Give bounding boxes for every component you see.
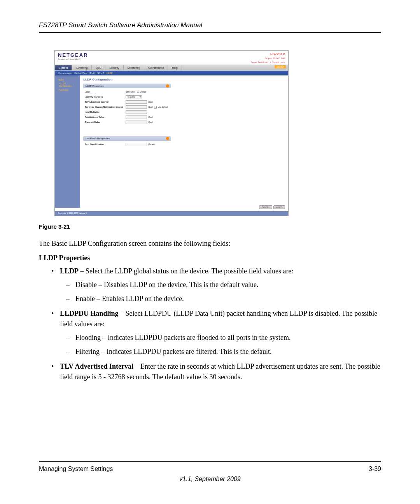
footer-page: 3-39 xyxy=(369,466,381,472)
content-area: LLDP Configuration LLDP Properties LLDP … xyxy=(80,75,288,208)
sub-list-handling: Flooding – Indicates LLDPDU packets are … xyxy=(60,332,381,357)
screenshot-figure: NETGEAR Connect with Innovation™ FS728TP… xyxy=(54,50,289,216)
sub-flooding: Flooding – Indicates LLDPDU packets are … xyxy=(60,332,381,343)
bullet-list: LLDP – Select the LLDP global status on … xyxy=(39,266,381,382)
panel2-body: Fast Start Duration (Times) xyxy=(83,141,184,150)
tab-maintenance[interactable]: Maintenance xyxy=(144,65,168,70)
apply-button[interactable]: APPLY xyxy=(273,205,285,209)
term-tlv: TLV Advertised Interval xyxy=(60,362,133,370)
radio-disable[interactable]: Disable xyxy=(126,91,135,93)
tab-switching[interactable]: Switching xyxy=(72,65,92,70)
fast-unit: (Times) xyxy=(148,143,155,145)
subtab-management[interactable]: Management xyxy=(58,72,72,74)
sub-enable: Enable – Enables LLDP on the device. xyxy=(60,294,381,304)
reinit-label: Reinitializing Delay xyxy=(85,116,126,118)
radio-dot-icon xyxy=(137,91,139,93)
help-icon[interactable] xyxy=(166,84,169,88)
topology-input[interactable] xyxy=(126,105,147,109)
footer-section: Managing System Settings xyxy=(39,466,113,472)
figure-caption: Figure 3-21 xyxy=(39,223,381,230)
row-tlv: TLV Advertised Interval (Sec) xyxy=(85,100,183,104)
model-number: FS728TP xyxy=(270,52,285,56)
sub-tabs: Management | Device View | PoE | SNMP | … xyxy=(55,71,288,75)
lldp-label: LLDP xyxy=(85,91,126,93)
topology-label: Topology Change Notification Interval xyxy=(85,106,126,108)
header-rule xyxy=(39,32,381,33)
transmit-input[interactable] xyxy=(126,121,147,124)
bullet-handling: LLDPDU Handling – Select LLDPDU (LLDP Da… xyxy=(39,308,381,357)
page-footer: Managing System Settings 3-39 v1.1, Sept… xyxy=(39,461,381,483)
panel2-title: LLDP-MED Properties xyxy=(86,137,110,140)
intro-text: The Basic LLDP Configuration screen cont… xyxy=(39,238,381,248)
tab-help[interactable]: Help xyxy=(168,65,182,70)
sidebar-basic[interactable]: - Basic xyxy=(56,78,79,82)
panel-lldp-med-head: LLDP-MED Properties xyxy=(83,136,171,141)
footer-version: v1.1, September 2009 xyxy=(39,476,381,483)
row-handling: LLDPDU Handling Flooding▾ xyxy=(85,95,183,99)
tab-qos[interactable]: QoS xyxy=(92,65,105,70)
tlv-unit: (Sec) xyxy=(148,101,153,103)
panel1-body: LLDP Disable Enable LLDPDU Handling Floo… xyxy=(83,88,184,128)
row-fast-start: Fast Start Duration (Times) xyxy=(85,142,183,146)
tab-security[interactable]: Security xyxy=(105,65,123,70)
row-hold: Hold Multiplier xyxy=(85,110,183,114)
model-sub1: 24-port 10/100 PoE xyxy=(265,57,285,60)
footer-row: Managing System Settings 3-39 xyxy=(39,466,381,472)
tab-monitoring[interactable]: Monitoring xyxy=(124,65,145,70)
ss-copyright: Copyright © 1996-2009 Netgear® xyxy=(55,211,288,216)
config-page-title: LLDP Configuration xyxy=(83,78,285,81)
transmit-label: Transmit Delay xyxy=(85,121,126,123)
panel-lldp-properties-head: LLDP Properties xyxy=(83,84,171,88)
hold-input[interactable] xyxy=(126,110,147,114)
bullet-tlv: TLV Advertised Interval – Enter the rate… xyxy=(39,361,381,382)
main-tabs: System Switching QoS Security Monitoring… xyxy=(55,65,288,71)
chevron-down-icon: ▾ xyxy=(140,96,141,98)
sub-filtering: Filtering – Indicates LLDPDU packets are… xyxy=(60,346,381,357)
tlv-label: TLV Advertised Interval xyxy=(85,101,126,103)
reinit-unit: (Sec) xyxy=(148,116,153,118)
help-icon[interactable] xyxy=(166,137,169,140)
subtab-device-view[interactable]: Device View xyxy=(74,72,87,74)
sidebar-advanced[interactable]: - Advanced xyxy=(56,88,79,92)
footer-buttons: CANCEL APPLY xyxy=(259,205,285,209)
hold-label: Hold Multiplier xyxy=(85,111,126,113)
reinit-input[interactable] xyxy=(126,116,147,119)
tlv-input[interactable] xyxy=(126,100,147,104)
subtab-snmp[interactable]: SNMP xyxy=(97,72,104,74)
model-info: FS728TP 24-port 10/100 PoE Smart Switch … xyxy=(251,52,285,64)
transmit-unit: (Sec) xyxy=(148,121,153,123)
handling-label: LLDPDU Handling xyxy=(85,96,126,98)
header-title: FS728TP Smart Switch Software Administra… xyxy=(39,21,381,29)
row-lldp: LLDP Disable Enable xyxy=(85,90,183,94)
term-lldp: LLDP xyxy=(60,267,79,275)
section-title: LLDP Properties xyxy=(39,254,381,262)
tab-system[interactable]: System xyxy=(55,65,72,70)
sub-disable: Disable – Disables LLDP on the device. T… xyxy=(60,280,381,290)
text-lldp: – Select the LLDP global status on the d… xyxy=(79,267,293,275)
radio-enable[interactable]: Enable xyxy=(137,91,146,93)
ss-header: NETGEAR Connect with Innovation™ FS728TP… xyxy=(55,51,288,65)
use-default-checkbox[interactable] xyxy=(154,106,157,108)
row-reinit: Reinitializing Delay (Sec) xyxy=(85,115,183,119)
term-handling: LLDPDU Handling xyxy=(60,310,119,317)
subtab-poe[interactable]: PoE xyxy=(90,72,94,74)
topology-unit: (Sec) xyxy=(148,106,153,108)
panel1-title: LLDP Properties xyxy=(86,85,104,87)
radio-dot-icon xyxy=(126,91,128,93)
fast-input[interactable] xyxy=(126,143,147,146)
row-transmit: Transmit Delay (Sec) xyxy=(85,120,183,124)
handling-select[interactable]: Flooding▾ xyxy=(126,95,142,98)
model-sub2: Smart Switch with 4 Gigabit ports xyxy=(251,61,285,63)
cancel-button[interactable]: CANCEL xyxy=(259,205,272,209)
footer-rule xyxy=(39,461,381,462)
sub-list-lldp: Disable – Disables LLDP on the device. T… xyxy=(60,280,381,304)
sidebar-lldp-config[interactable]: • LLDP Configuration xyxy=(56,82,79,88)
use-default-label: Use Default xyxy=(158,106,168,108)
subtab-lldp[interactable]: LLDP xyxy=(107,72,113,74)
logout-button[interactable]: LOGOUT xyxy=(275,65,286,68)
fast-label: Fast Start Duration xyxy=(85,143,126,145)
sidebar: - Basic • LLDP Configuration - Advanced xyxy=(55,75,80,208)
ss-body: - Basic • LLDP Configuration - Advanced … xyxy=(55,75,288,208)
bullet-lldp: LLDP – Select the LLDP global status on … xyxy=(39,266,381,304)
row-topology: Topology Change Notification Interval (S… xyxy=(85,105,183,109)
